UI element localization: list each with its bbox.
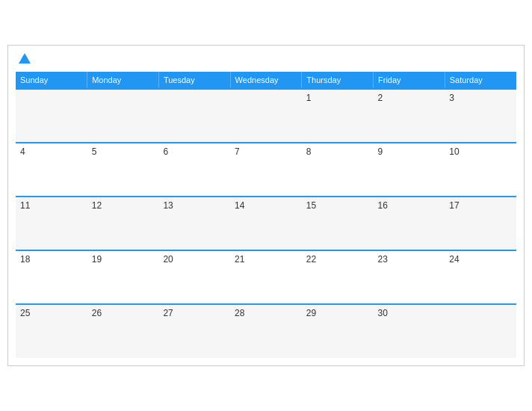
day-number: 26: [92, 308, 102, 318]
day-number: 24: [449, 254, 459, 265]
day-number: 30: [378, 308, 388, 318]
day-header-sunday: Sunday: [16, 72, 87, 89]
day-header-tuesday: Tuesday: [158, 72, 230, 89]
calendar-cell: 7: [230, 143, 302, 197]
day-number: 1: [306, 93, 312, 103]
day-number: 12: [92, 200, 102, 211]
calendar-cell: 30: [374, 304, 445, 358]
calendar-cell: 2: [374, 89, 445, 143]
calendar-cell: [445, 304, 516, 358]
calendar-cell: 16: [374, 197, 445, 250]
calendar-cell: 27: [158, 304, 230, 358]
day-number: 16: [378, 200, 388, 211]
calendar-cell: 25: [16, 304, 87, 358]
days-header-row: SundayMondayTuesdayWednesdayThursdayFrid…: [16, 72, 516, 89]
week-row-3: 11121314151617: [16, 197, 516, 250]
day-number: 21: [235, 254, 244, 265]
day-header-saturday: Saturday: [445, 72, 516, 89]
calendar-header: [16, 53, 516, 64]
day-number: 29: [306, 308, 316, 318]
day-number: 19: [92, 254, 102, 265]
calendar-cell: [158, 89, 230, 143]
calendar-cell: 26: [87, 304, 159, 358]
week-row-1: 123: [16, 89, 516, 143]
calendar-cell: 8: [302, 143, 374, 197]
calendar-cell: 17: [445, 197, 516, 250]
day-number: 28: [235, 308, 244, 318]
calendar-cell: 4: [16, 143, 87, 197]
day-number: 11: [20, 200, 30, 211]
calendar-cell: 13: [158, 197, 230, 250]
day-header-wednesday: Wednesday: [230, 72, 302, 89]
calendar-cell: 5: [87, 143, 159, 197]
calendar-cell: [230, 89, 302, 143]
calendar-cell: 3: [445, 89, 516, 143]
day-number: 4: [20, 146, 25, 157]
calendar-tbody: 1234567891011121314151617181920212223242…: [16, 89, 516, 358]
calendar-cell: 19: [87, 250, 159, 304]
calendar-cell: [16, 89, 87, 143]
day-number: 27: [163, 308, 173, 318]
calendar-cell: 22: [302, 250, 374, 304]
calendar-cell: 18: [16, 250, 87, 304]
week-row-5: 252627282930: [16, 304, 516, 358]
day-number: 18: [20, 254, 30, 265]
day-number: 23: [378, 254, 388, 265]
calendar-cell: 12: [87, 197, 159, 250]
calendar-cell: 20: [158, 250, 230, 304]
logo: [16, 53, 31, 64]
calendar-cell: 14: [230, 197, 302, 250]
day-number: 3: [449, 93, 454, 103]
calendar: SundayMondayTuesdayWednesdayThursdayFrid…: [7, 45, 525, 366]
calendar-cell: 1: [302, 89, 374, 143]
day-number: 8: [306, 146, 312, 157]
calendar-cell: 28: [230, 304, 302, 358]
day-number: 17: [449, 200, 459, 211]
day-header-thursday: Thursday: [302, 72, 374, 89]
day-header-monday: Monday: [87, 72, 159, 89]
calendar-cell: 11: [16, 197, 87, 250]
logo-triangle-icon: [19, 53, 31, 64]
day-number: 14: [235, 200, 244, 211]
day-number: 6: [163, 146, 168, 157]
day-number: 9: [378, 146, 383, 157]
calendar-thead: SundayMondayTuesdayWednesdayThursdayFrid…: [16, 72, 516, 89]
calendar-cell: 15: [302, 197, 374, 250]
calendar-cell: 9: [374, 143, 445, 197]
calendar-table: SundayMondayTuesdayWednesdayThursdayFrid…: [16, 72, 516, 358]
day-number: 22: [306, 254, 316, 265]
day-header-friday: Friday: [374, 72, 445, 89]
day-number: 15: [306, 200, 316, 211]
day-number: 20: [163, 254, 173, 265]
calendar-cell: 6: [158, 143, 230, 197]
calendar-cell: 29: [302, 304, 374, 358]
day-number: 13: [163, 200, 173, 211]
day-number: 25: [20, 308, 30, 318]
calendar-cell: [87, 89, 159, 143]
week-row-4: 18192021222324: [16, 250, 516, 304]
day-number: 2: [378, 93, 383, 103]
week-row-2: 45678910: [16, 143, 516, 197]
calendar-cell: 24: [445, 250, 516, 304]
calendar-cell: 10: [445, 143, 516, 197]
calendar-cell: 21: [230, 250, 302, 304]
day-number: 10: [449, 146, 459, 157]
day-number: 7: [235, 146, 240, 157]
day-number: 5: [92, 146, 97, 157]
calendar-cell: 23: [374, 250, 445, 304]
